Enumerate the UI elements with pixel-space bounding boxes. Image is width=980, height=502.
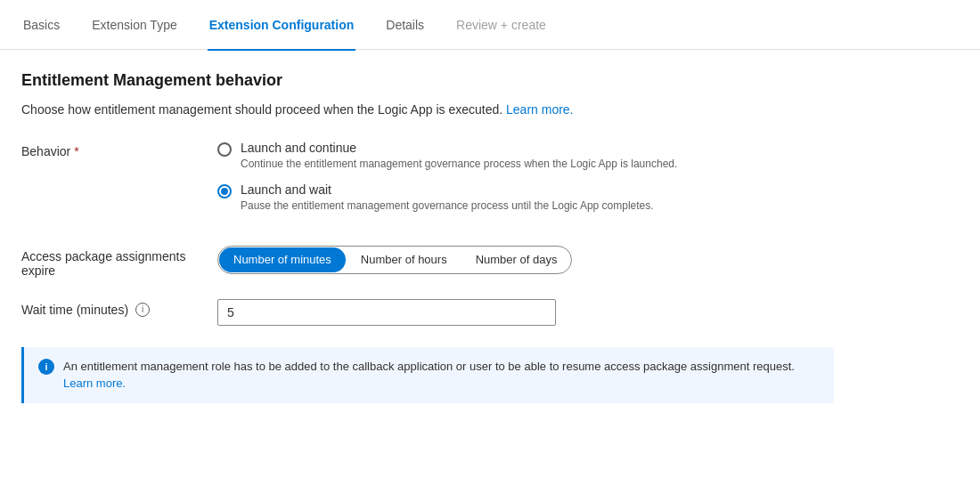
radio-launch-continue-desc: Continue the entitlement management gove… [241, 157, 677, 172]
expire-label-line1: Access package assignments [21, 249, 217, 263]
radio-launch-wait-text: Launch and wait Pause the entitlement ma… [241, 182, 654, 214]
wait-time-input[interactable] [217, 299, 556, 326]
expire-toggle-group-container: Number of minutes Number of hours Number… [217, 246, 834, 274]
expire-label-container: Access package assignments expire [21, 246, 217, 278]
info-banner-text: An entitlement management role has to be… [63, 360, 795, 373]
wait-time-input-container [217, 299, 834, 326]
info-banner-text-container: An entitlement management role has to be… [63, 358, 820, 393]
tab-extension-configuration[interactable]: Extension Configuration [208, 1, 356, 51]
learn-more-link-banner[interactable]: Learn more. [63, 376, 126, 390]
tab-extension-type-label: Extension Type [92, 18, 176, 32]
expire-label-line2: expire [21, 263, 217, 278]
toggle-minutes[interactable]: Number of minutes [219, 247, 346, 272]
section-description-text: Choose how entitlement management should… [21, 102, 502, 117]
radio-launch-wait-input[interactable] [217, 184, 232, 198]
behavior-options: Launch and continue Continue the entitle… [217, 141, 834, 224]
nav-tabs: Basics Extension Type Extension Configur… [0, 0, 980, 50]
toggle-days[interactable]: Number of days [461, 246, 572, 274]
radio-launch-continue-text: Launch and continue Continue the entitle… [241, 141, 677, 172]
info-banner: i An entitlement management role has to … [21, 347, 834, 403]
radio-launch-wait-label: Launch and wait [241, 182, 654, 197]
wait-time-row: Wait time (minutes) i [21, 299, 834, 326]
tab-review-create-label: Review + create [456, 18, 546, 32]
radio-launch-continue[interactable]: Launch and continue Continue the entitle… [217, 141, 834, 172]
learn-more-link-top[interactable]: Learn more. [506, 102, 573, 117]
section-title: Entitlement Management behavior [21, 71, 834, 90]
wait-time-label: Wait time (minutes) [21, 303, 128, 317]
wait-time-tooltip-icon[interactable]: i [135, 303, 150, 317]
tab-extension-type[interactable]: Extension Type [90, 1, 178, 51]
tab-basics[interactable]: Basics [21, 1, 61, 51]
tab-review-create: Review + create [454, 1, 548, 51]
expire-toggle-group: Number of minutes Number of hours Number… [217, 246, 572, 274]
toggle-hours[interactable]: Number of hours [347, 246, 461, 274]
radio-launch-continue-label: Launch and continue [241, 141, 677, 155]
tab-details-label: Details [386, 18, 424, 32]
section-description: Choose how entitlement management should… [21, 101, 834, 119]
tab-basics-label: Basics [23, 18, 60, 32]
behavior-row: Behavior * Launch and continue Continue … [21, 141, 834, 224]
tab-details[interactable]: Details [384, 1, 426, 51]
required-star: * [74, 144, 78, 158]
radio-launch-wait[interactable]: Launch and wait Pause the entitlement ma… [217, 182, 834, 214]
info-banner-icon: i [38, 359, 54, 375]
radio-launch-continue-input[interactable] [217, 142, 232, 157]
behavior-label-text: Behavior [21, 144, 70, 158]
tab-extension-configuration-label: Extension Configuration [209, 18, 355, 32]
radio-launch-wait-inner [221, 188, 228, 195]
wait-time-label-container: Wait time (minutes) i [21, 299, 217, 317]
behavior-label-container: Behavior * [21, 141, 217, 158]
main-content: Entitlement Management behavior Choose h… [0, 50, 855, 425]
radio-launch-wait-desc: Pause the entitlement management governa… [241, 198, 654, 214]
expire-row: Access package assignments expire Number… [21, 246, 834, 278]
